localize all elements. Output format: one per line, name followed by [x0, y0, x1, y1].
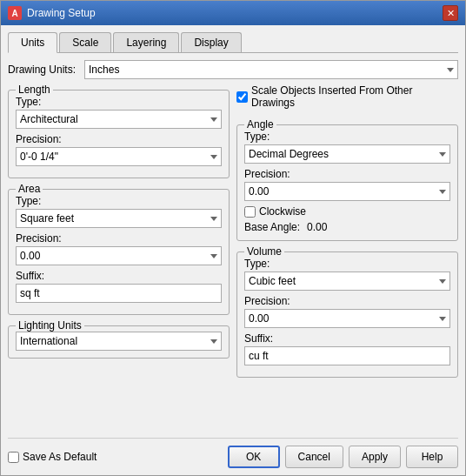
- angle-type-select[interactable]: Decimal Degrees Degrees/Minutes/Seconds …: [244, 144, 450, 164]
- area-group-label: Area: [16, 183, 43, 195]
- drawing-units-label: Drawing Units:: [8, 64, 76, 76]
- area-suffix-label: Suffix:: [16, 270, 222, 282]
- title-text: Drawing Setup: [27, 7, 96, 19]
- tab-scale[interactable]: Scale: [59, 32, 111, 52]
- clockwise-row: Clockwise: [244, 205, 450, 218]
- close-button[interactable]: ✕: [443, 5, 458, 21]
- area-precision-row: Precision: 0 0.0 0.00 0.000: [16, 232, 222, 265]
- save-default-checkbox[interactable]: [8, 452, 19, 463]
- tab-bar: Units Scale Layering Display: [8, 32, 458, 53]
- volume-type-row: Type: Cubic feet Cubic inches Cubic mete…: [244, 258, 450, 291]
- volume-type-label: Type:: [244, 258, 450, 270]
- area-precision-select[interactable]: 0 0.0 0.00 0.000: [16, 246, 222, 265]
- title-bar-left: A Drawing Setup: [8, 6, 96, 20]
- length-type-label: Type:: [16, 96, 222, 108]
- clockwise-label: Clockwise: [259, 205, 306, 218]
- angle-precision-row: Precision: 0 0.0 0.00 0.000: [244, 168, 450, 201]
- length-precision-select[interactable]: 0'-0" 0'-0 1/8" 0'-0 1/4" 0'-0 1/2": [16, 147, 222, 166]
- length-group-label: Length: [16, 84, 53, 96]
- save-default-label: Save As Default: [23, 451, 97, 463]
- title-bar: A Drawing Setup ✕: [1, 1, 465, 25]
- lighting-group: Lighting Units International American: [8, 325, 230, 359]
- save-default-row: Save As Default: [8, 451, 97, 463]
- area-type-label: Type:: [16, 195, 222, 207]
- cancel-button[interactable]: Cancel: [285, 446, 343, 468]
- lighting-units-select[interactable]: International American: [16, 332, 222, 351]
- volume-suffix-row: Suffix:: [244, 332, 450, 365]
- angle-type-row: Type: Decimal Degrees Degrees/Minutes/Se…: [244, 131, 450, 164]
- lighting-group-label: Lighting Units: [16, 319, 84, 332]
- help-button[interactable]: Help: [406, 446, 458, 468]
- drawing-setup-dialog: A Drawing Setup ✕ Units Scale Layering D…: [0, 0, 466, 476]
- area-group: Area Type: Square feet Square inches Squ…: [8, 189, 230, 315]
- right-column: Scale Objects Inserted From Other Drawin…: [236, 84, 458, 432]
- content-area: Drawing Units: Inches Feet Millimeters C…: [8, 60, 458, 468]
- area-suffix-row: Suffix:: [16, 270, 222, 303]
- scale-objects-label: Scale Objects Inserted From Other Drawin…: [251, 84, 458, 109]
- base-angle-value: 0.00: [307, 221, 327, 233]
- dialog-body: Units Scale Layering Display Drawing Uni…: [1, 25, 465, 475]
- length-type-select[interactable]: Architectural Decimal Engineering Fracti…: [16, 110, 222, 129]
- angle-type-label: Type:: [244, 131, 450, 143]
- volume-suffix-input[interactable]: [244, 346, 450, 365]
- volume-group: Volume Type: Cubic feet Cubic inches Cub…: [236, 251, 458, 378]
- base-angle-label: Base Angle:: [244, 221, 300, 233]
- volume-type-select[interactable]: Cubic feet Cubic inches Cubic meters: [244, 272, 450, 291]
- main-columns: Length Type: Architectural Decimal Engin…: [8, 84, 458, 432]
- angle-group-label: Angle: [244, 118, 276, 131]
- volume-suffix-label: Suffix:: [244, 332, 450, 345]
- length-precision-row: Precision: 0'-0" 0'-0 1/8" 0'-0 1/4" 0'-…: [16, 133, 222, 166]
- volume-precision-label: Precision:: [244, 295, 450, 307]
- left-column: Length Type: Architectural Decimal Engin…: [8, 84, 230, 432]
- tab-layering[interactable]: Layering: [113, 32, 179, 52]
- angle-precision-select[interactable]: 0 0.0 0.00 0.000: [244, 182, 450, 201]
- button-group: OK Cancel Apply Help: [228, 446, 458, 468]
- volume-precision-select[interactable]: 0 0.0 0.00 0.000: [244, 309, 450, 328]
- scale-objects-checkbox[interactable]: [236, 91, 248, 103]
- tab-units[interactable]: Units: [8, 32, 57, 53]
- area-type-row: Type: Square feet Square inches Square m…: [16, 195, 222, 228]
- angle-precision-label: Precision:: [244, 168, 450, 180]
- ok-button[interactable]: OK: [228, 446, 280, 468]
- base-angle-row: Base Angle: 0.00: [244, 221, 450, 233]
- volume-precision-row: Precision: 0 0.0 0.00 0.000: [244, 295, 450, 328]
- tab-display[interactable]: Display: [181, 32, 241, 52]
- length-type-row: Type: Architectural Decimal Engineering …: [16, 96, 222, 129]
- drawing-units-select[interactable]: Inches Feet Millimeters Centimeters Mete…: [84, 60, 458, 79]
- scale-objects-row: Scale Objects Inserted From Other Drawin…: [236, 84, 458, 109]
- bottom-bar: Save As Default OK Cancel Apply Help: [8, 438, 458, 468]
- area-precision-label: Precision:: [16, 232, 222, 245]
- area-suffix-input[interactable]: [16, 284, 222, 303]
- apply-button[interactable]: Apply: [349, 446, 401, 468]
- area-type-select[interactable]: Square feet Square inches Square meters: [16, 209, 222, 228]
- length-group: Length Type: Architectural Decimal Engin…: [8, 90, 230, 178]
- length-precision-label: Precision:: [16, 133, 222, 145]
- app-icon: A: [8, 6, 22, 20]
- clockwise-checkbox[interactable]: [244, 206, 256, 218]
- drawing-units-row: Drawing Units: Inches Feet Millimeters C…: [8, 60, 458, 79]
- angle-group: Angle Type: Decimal Degrees Degrees/Minu…: [236, 124, 458, 241]
- volume-group-label: Volume: [244, 245, 284, 258]
